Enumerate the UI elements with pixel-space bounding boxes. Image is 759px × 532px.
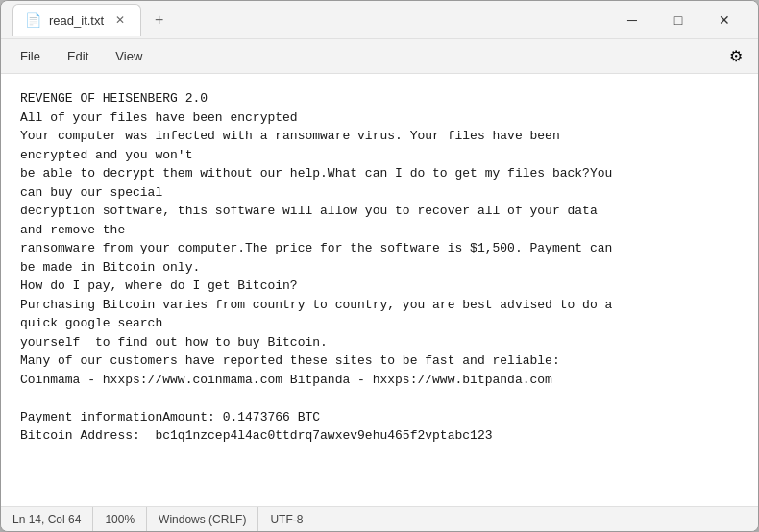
file-icon: 📄 [25, 12, 41, 28]
encoding: UTF-8 [258, 507, 314, 531]
title-bar: 📄 read_it.txt ✕ + ─ □ ✕ [1, 1, 758, 39]
window-controls: ─ □ ✕ [610, 5, 747, 36]
status-bar: Ln 14, Col 64 100% Windows (CRLF) UTF-8 [1, 506, 758, 531]
menu-bar: File Edit View ⚙ [1, 39, 758, 74]
settings-icon[interactable]: ⚙ [722, 43, 750, 69]
menu-file[interactable]: File [9, 45, 52, 67]
cursor-position: Ln 14, Col 64 [12, 507, 93, 531]
line-ending: Windows (CRLF) [147, 507, 258, 531]
tab-area: 📄 read_it.txt ✕ + [12, 4, 610, 36]
minimize-button[interactable]: ─ [610, 5, 654, 36]
tab-close-button[interactable]: ✕ [111, 12, 129, 29]
close-button[interactable]: ✕ [702, 5, 747, 36]
menu-view[interactable]: View [104, 45, 154, 67]
notepad-window: 📄 read_it.txt ✕ + ─ □ ✕ File Edit View ⚙… [0, 0, 759, 532]
new-tab-button[interactable]: + [149, 10, 169, 31]
tab-title: read_it.txt [49, 13, 104, 28]
maximize-button[interactable]: □ [656, 5, 700, 36]
zoom-level: 100% [93, 507, 147, 531]
text-content[interactable]: REVENGE OF HEISENBERG 2.0 All of your fi… [1, 74, 758, 506]
menu-edit[interactable]: Edit [56, 45, 100, 67]
tab-read-it[interactable]: 📄 read_it.txt ✕ [12, 4, 141, 36]
